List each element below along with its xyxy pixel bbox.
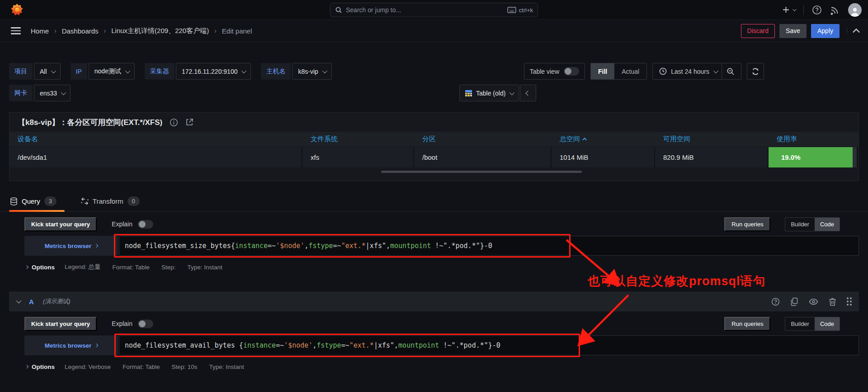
grafana-logo-icon[interactable] <box>10 3 24 17</box>
option-legend: Legend: 总量 <box>65 263 101 271</box>
query2-header[interactable]: A (演示测试) <box>9 292 859 311</box>
news-rss-icon[interactable] <box>830 5 840 15</box>
chevron-down-icon <box>713 68 718 73</box>
save-button[interactable]: Save <box>779 24 807 38</box>
metrics-browser-button[interactable]: Metrics browser <box>24 335 118 355</box>
actual-option[interactable]: Actual <box>614 63 646 79</box>
query1-toolbar: Kick start your query Explain Run querie… <box>9 216 859 232</box>
avatar[interactable] <box>848 3 862 17</box>
variable-hostname-select[interactable]: k8s-vip <box>292 63 331 80</box>
variable-ip-select[interactable]: node测试 <box>89 63 135 80</box>
tab-transform[interactable]: Transform 0 <box>80 192 148 211</box>
query1-input[interactable]: node_filesystem_size_bytes{instance=~'$n… <box>119 236 859 256</box>
option-type: Type: Instant <box>209 363 244 370</box>
explain-toggle[interactable] <box>138 220 153 229</box>
run-queries-button[interactable]: Run queries <box>724 217 770 231</box>
query2-row: Metrics browser node_filesystem_avail_by… <box>24 335 859 355</box>
usage-gauge: 19.0% <box>769 147 853 167</box>
column-header-total[interactable]: 总空间 <box>552 135 655 143</box>
cell-usage: 19.0% <box>769 147 858 167</box>
breadcrumb-separator: › <box>54 27 57 34</box>
menu-toggle-icon[interactable] <box>11 27 21 34</box>
refresh-button[interactable] <box>747 63 764 80</box>
explain-toggle[interactable] <box>138 320 153 328</box>
time-range-picker[interactable]: Last 24 hours <box>655 63 722 79</box>
external-link-icon[interactable] <box>185 118 193 126</box>
column-header-available[interactable]: 可用空间 <box>655 135 769 143</box>
variable-collector: 采集器 172.16.11.220:9100 <box>145 63 251 80</box>
breadcrumb-dashboard-name[interactable]: Linux主机详情(209、220客户端) <box>111 27 209 35</box>
variable-ip: IP node测试 <box>71 63 135 80</box>
query2-options-row[interactable]: Options Legend: Verbose Format: Table St… <box>25 362 859 371</box>
disable-query-eye-icon[interactable] <box>809 298 818 305</box>
variable-collector-label: 采集器 <box>145 63 175 80</box>
metrics-browser-button[interactable]: Metrics browser <box>24 236 118 256</box>
topbar-divider <box>803 5 804 15</box>
zoom-out-button[interactable] <box>722 63 739 79</box>
run-queries-button[interactable]: Run queries <box>724 317 770 331</box>
delete-query-trash-icon[interactable] <box>829 297 836 306</box>
duplicate-query-icon[interactable] <box>790 297 798 306</box>
variable-nic-select[interactable]: ens33 <box>34 85 71 101</box>
visualization-select[interactable]: Table (old) <box>459 85 519 101</box>
breadcrumb-home[interactable]: Home <box>31 27 49 35</box>
kick-start-button[interactable]: Kick start your query <box>24 317 97 331</box>
fill-option[interactable]: Fill <box>591 63 614 79</box>
code-option[interactable]: Code <box>815 317 840 330</box>
breadcrumb: Home › Dashboards › Linux主机详情(209、220客户端… <box>31 27 252 35</box>
variable-hostname: 主机名 k8s-vip <box>261 63 331 80</box>
breadcrumb-edit-panel: Edit panel <box>222 27 252 35</box>
toggle-viz-picker-button[interactable] <box>520 85 536 101</box>
cell-filesystem: xfs <box>302 147 414 167</box>
option-step: Step: 10s <box>171 363 197 370</box>
variable-nic-label: 网卡 <box>9 85 33 101</box>
code-option[interactable]: Code <box>815 218 840 231</box>
query2-toolbar: Kick start your query Explain Run querie… <box>9 316 859 331</box>
search-placeholder: Search or jump to... <box>346 6 504 14</box>
chevron-right-icon <box>25 365 28 368</box>
panel-header[interactable]: 【k8s-vip】：各分区可用空间(EXT.*/XFS) <box>9 113 859 132</box>
drag-handle-icon[interactable] <box>847 297 852 306</box>
refresh-icon <box>751 67 760 76</box>
query-count-badge: 3 <box>44 196 57 206</box>
explain-control: Explain <box>112 220 153 229</box>
panel-preview: 【k8s-vip】：各分区可用空间(EXT.*/XFS) 设备名 文件系统 分区… <box>9 112 859 181</box>
transform-count-badge: 0 <box>127 196 140 206</box>
column-header-filesystem[interactable]: 文件系统 <box>302 135 414 143</box>
builder-option[interactable]: Builder <box>785 218 814 231</box>
tab-query[interactable]: Query 3 <box>9 192 65 211</box>
cell-partition: /boot <box>414 147 552 167</box>
column-header-partition[interactable]: 分区 <box>414 135 552 143</box>
kick-start-button[interactable]: Kick start your query <box>24 217 97 231</box>
breadcrumb-dashboards[interactable]: Dashboards <box>62 27 99 35</box>
global-search[interactable]: Search or jump to... ctrl+k <box>330 3 538 17</box>
collapse-query-icon[interactable] <box>16 298 21 303</box>
info-icon[interactable] <box>170 118 178 127</box>
table-view-toggle[interactable] <box>564 67 579 76</box>
column-header-device[interactable]: 设备名 <box>9 135 302 143</box>
search-shortcut: ctrl+k <box>507 7 533 14</box>
builder-option[interactable]: Builder <box>785 317 814 330</box>
table-view-label: Table view <box>530 68 559 75</box>
help-icon[interactable] <box>812 5 822 15</box>
query2-input[interactable]: node_filesystem_avail_bytes {instance=~'… <box>119 335 859 355</box>
variable-ip-label: IP <box>71 63 87 80</box>
database-icon <box>10 197 18 206</box>
query-help-icon[interactable] <box>771 297 780 306</box>
variable-project-select[interactable]: All <box>34 63 61 80</box>
zoom-out-icon <box>726 67 735 76</box>
fill-actual-group: Fill Actual <box>590 63 647 80</box>
query-refid[interactable]: A <box>29 298 34 306</box>
variable-collector-select[interactable]: 172.16.11.220:9100 <box>176 63 251 80</box>
query1-options-row[interactable]: Options Legend: 总量 Format: Table Step: T… <box>25 263 859 272</box>
column-header-usage[interactable]: 使用率 <box>769 135 858 143</box>
explain-label: Explain <box>112 220 132 228</box>
options-label: Options <box>32 264 55 271</box>
collapse-options-icon[interactable] <box>847 29 860 33</box>
discard-button[interactable]: Discard <box>741 24 775 38</box>
add-new-button[interactable] <box>783 6 795 13</box>
apply-button[interactable]: Apply <box>811 24 840 38</box>
option-step: Step: <box>161 264 176 271</box>
chevron-down-icon <box>241 68 246 73</box>
horizontal-scrollbar[interactable] <box>381 171 582 173</box>
